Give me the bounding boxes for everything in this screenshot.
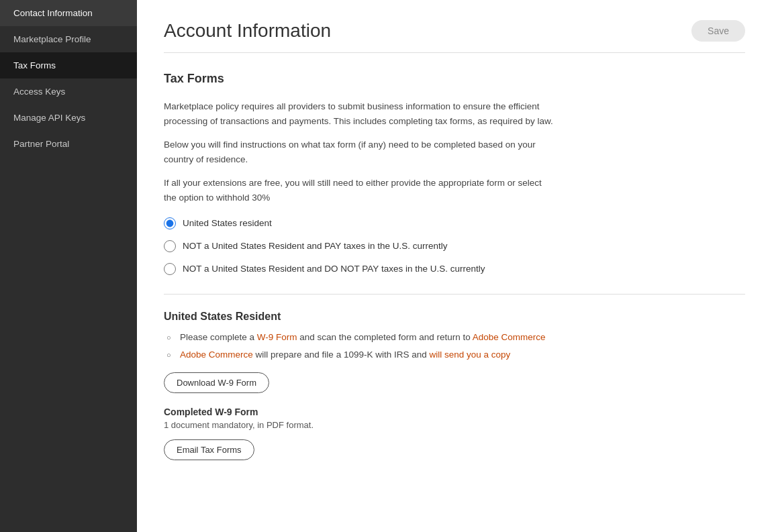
completed-form-sub: 1 document mandatory, in PDF format. xyxy=(164,420,567,430)
email-tax-forms-button[interactable]: Email Tax Forms xyxy=(164,439,254,460)
radio-input-2[interactable] xyxy=(164,263,176,275)
section-title: Tax Forms xyxy=(164,72,745,86)
radio-option-2[interactable]: NOT a United States Resident and DO NOT … xyxy=(164,263,745,275)
main-content: Account Information Save Tax Forms Marke… xyxy=(137,0,772,532)
bullet-item-0: Please complete a W-9 Form and scan the … xyxy=(166,331,567,344)
sidebar-item-tax-forms[interactable]: Tax Forms xyxy=(0,52,137,78)
radio-input-0[interactable] xyxy=(164,217,176,229)
sidebar-item-manage-api-keys[interactable]: Manage API Keys xyxy=(0,105,137,131)
us-resident-title: United States Resident xyxy=(164,311,567,323)
header-row: Account Information Save xyxy=(164,20,745,42)
section-divider xyxy=(164,294,745,295)
radio-option-0[interactable]: United States resident xyxy=(164,217,745,229)
sidebar: Contact InformationMarketplace ProfileTa… xyxy=(0,0,137,532)
bullet-item-1: Adobe Commerce will prepare and file a 1… xyxy=(166,348,567,362)
bullet-list: Please complete a W-9 Form and scan the … xyxy=(164,331,567,362)
radio-label-2: NOT a United States Resident and DO NOT … xyxy=(183,264,485,274)
sidebar-item-access-keys[interactable]: Access Keys xyxy=(0,78,137,105)
description-1: Marketplace policy requires all provider… xyxy=(164,99,553,128)
description-3: If all your extensions are free, you wil… xyxy=(164,176,553,205)
radio-label-1: NOT a United States Resident and PAY tax… xyxy=(183,241,447,251)
radio-input-1[interactable] xyxy=(164,240,176,252)
sidebar-item-contact-information[interactable]: Contact Information xyxy=(0,0,137,26)
radio-group: United States residentNOT a United State… xyxy=(164,217,745,275)
sidebar-item-marketplace-profile[interactable]: Marketplace Profile xyxy=(0,26,137,52)
description-2: Below you will find instructions on what… xyxy=(164,138,553,166)
download-w9-button[interactable]: Download W-9 Form xyxy=(164,372,269,393)
radio-label-0: United States resident xyxy=(183,218,272,228)
header-divider xyxy=(164,52,745,53)
completed-form-label: Completed W-9 Form xyxy=(164,407,567,417)
radio-option-1[interactable]: NOT a United States Resident and PAY tax… xyxy=(164,240,745,252)
sidebar-item-partner-portal[interactable]: Partner Portal xyxy=(0,131,137,157)
page-title: Account Information xyxy=(164,20,331,42)
save-button[interactable]: Save xyxy=(691,20,745,42)
us-resident-section: United States Resident Please complete a… xyxy=(164,311,567,474)
